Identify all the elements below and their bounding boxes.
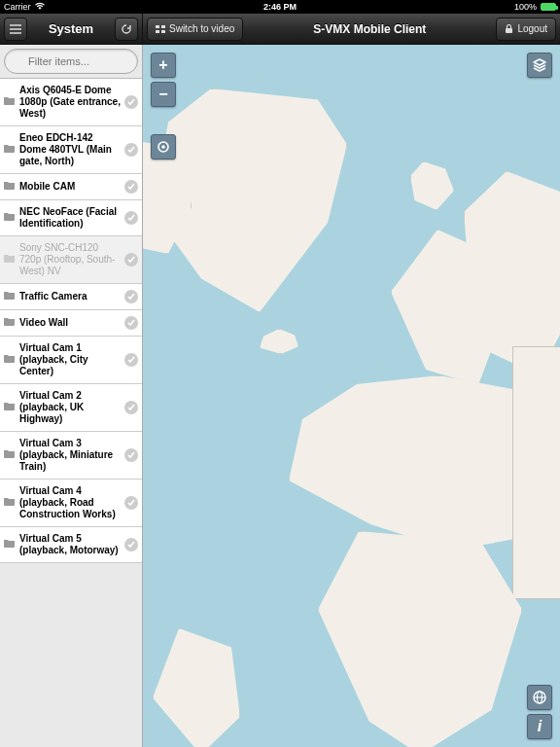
folder-icon <box>4 181 16 193</box>
zoom-out-button[interactable]: − <box>151 82 176 107</box>
camera-label: Virtual Cam 5 (playback, Motorway) <box>19 533 121 556</box>
landmass <box>318 531 522 747</box>
check-icon <box>124 401 138 414</box>
camera-label: Virtual Cam 2 (playback, UK Highway) <box>19 390 121 425</box>
camera-item[interactable]: Axis Q6045-E Dome 1080p (Gate entrance, … <box>0 79 142 126</box>
svg-rect-0 <box>156 25 159 28</box>
camera-label: Mobile CAM <box>19 181 121 193</box>
refresh-button[interactable] <box>115 18 138 41</box>
landmass <box>260 329 298 354</box>
folder-icon <box>4 449 16 461</box>
camera-item[interactable]: Virtual Cam 1 (playback, City Center) <box>0 337 142 384</box>
camera-item[interactable]: Virtual Cam 2 (playback, UK Highway) <box>0 384 142 432</box>
carrier-label: Carrier <box>4 2 31 12</box>
zoom-in-button[interactable]: + <box>151 53 176 78</box>
status-left: Carrier <box>4 2 45 12</box>
check-icon <box>124 180 138 194</box>
sidebar-title: System <box>49 21 93 36</box>
folder-icon <box>4 212 16 224</box>
camera-item[interactable]: Traffic Camera <box>0 284 142 310</box>
check-icon <box>124 253 138 267</box>
folder-icon <box>4 254 16 266</box>
camera-item[interactable]: Video Wall <box>0 310 142 337</box>
grid-icon <box>156 25 165 33</box>
battery-icon <box>541 3 556 11</box>
folder-icon <box>4 497 16 509</box>
wifi-icon <box>35 2 45 12</box>
check-icon <box>124 353 138 367</box>
camera-label: Virtual Cam 3 (playback, Miniature Train… <box>19 438 121 473</box>
layers-button[interactable] <box>527 53 552 78</box>
camera-label: Axis Q6045-E Dome 1080p (Gate entrance, … <box>19 85 121 120</box>
folder-icon <box>4 291 16 302</box>
check-icon <box>124 95 138 109</box>
target-icon <box>156 139 171 155</box>
layers-icon <box>532 57 547 73</box>
status-right: 100% <box>514 2 556 12</box>
folder-icon <box>4 539 16 551</box>
switch-label: Switch to video <box>169 23 234 34</box>
check-icon <box>124 211 138 225</box>
info-button[interactable]: i <box>527 714 552 739</box>
check-icon <box>124 538 138 551</box>
check-icon <box>124 316 138 330</box>
menu-button[interactable] <box>4 18 27 41</box>
camera-label: Virtual Cam 4 (playback, Road Constructi… <box>19 485 121 520</box>
svg-rect-2 <box>156 30 159 33</box>
camera-label: Eneo EDCH-142 Dome 480TVL (Main gate, No… <box>19 132 121 167</box>
check-icon <box>124 448 138 462</box>
globe-icon <box>532 690 547 705</box>
folder-icon <box>4 144 16 156</box>
camera-item[interactable]: NEC NeoFace (Facial Identification) <box>0 200 142 236</box>
battery-pct: 100% <box>514 2 537 12</box>
body: Axis Q6045-E Dome 1080p (Gate entrance, … <box>0 45 560 747</box>
svg-rect-4 <box>506 28 512 33</box>
map[interactable]: + − i <box>143 45 560 747</box>
camera-item[interactable]: Virtual Cam 4 (playback, Road Constructi… <box>0 480 142 527</box>
app-header: System Switch to video S-VMX Mobile Clie… <box>0 14 560 45</box>
folder-icon <box>4 317 16 329</box>
folder-icon <box>4 354 16 366</box>
header-left: System <box>0 14 143 44</box>
filter-input[interactable] <box>4 49 138 74</box>
camera-item[interactable]: Sony SNC-CH120 720p (Rooftop, South-West… <box>0 236 142 284</box>
camera-label: Video Wall <box>19 317 121 329</box>
header-main: Switch to video S-VMX Mobile Client Logo… <box>143 14 560 44</box>
camera-label: NEC NeoFace (Facial Identification) <box>19 206 121 230</box>
folder-icon <box>4 402 16 413</box>
landmass <box>410 161 454 210</box>
logout-button[interactable]: Logout <box>496 18 556 41</box>
status-time: 2:46 PM <box>263 2 297 12</box>
switch-to-video-button[interactable]: Switch to video <box>147 18 243 41</box>
check-icon <box>124 143 138 157</box>
lock-icon <box>505 24 513 34</box>
camera-label: Virtual Cam 1 (playback, City Center) <box>19 342 121 377</box>
svg-point-8 <box>161 145 165 149</box>
camera-label: Traffic Camera <box>19 291 121 302</box>
sidebar: Axis Q6045-E Dome 1080p (Gate entrance, … <box>0 45 143 747</box>
check-icon <box>124 496 138 510</box>
status-bar: Carrier 2:46 PM 100% <box>0 0 560 14</box>
logout-label: Logout <box>517 23 547 34</box>
check-icon <box>124 290 138 303</box>
app-title: S-VMX Mobile Client <box>313 22 426 36</box>
svg-rect-1 <box>161 25 165 28</box>
landmass <box>153 628 240 747</box>
locate-button[interactable] <box>151 134 176 160</box>
plus-icon: + <box>158 56 167 74</box>
camera-label: Sony SNC-CH120 720p (Rooftop, South-West… <box>19 242 121 277</box>
landmass <box>512 346 560 599</box>
camera-list[interactable]: Axis Q6045-E Dome 1080p (Gate entrance, … <box>0 79 142 747</box>
camera-item[interactable]: Virtual Cam 3 (playback, Miniature Train… <box>0 432 142 480</box>
camera-item[interactable]: Virtual Cam 5 (playback, Motorway) <box>0 527 142 563</box>
camera-item[interactable]: Eneo EDCH-142 Dome 480TVL (Main gate, No… <box>0 126 142 174</box>
globe-button[interactable] <box>527 685 552 710</box>
landmass <box>464 171 560 375</box>
svg-rect-3 <box>161 30 165 33</box>
minus-icon: − <box>158 86 167 103</box>
camera-item[interactable]: Mobile CAM <box>0 174 142 200</box>
search-wrap <box>0 45 142 79</box>
folder-icon <box>4 96 16 108</box>
info-icon: i <box>538 718 542 735</box>
